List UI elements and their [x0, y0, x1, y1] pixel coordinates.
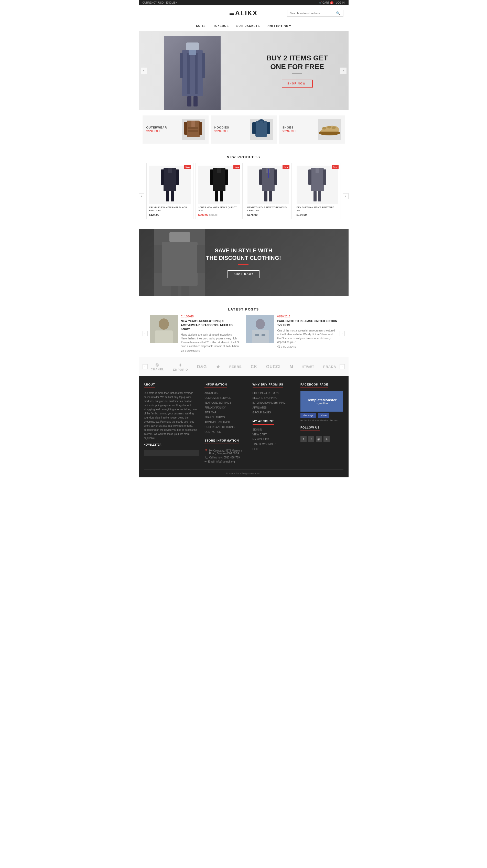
posts-prev-arrow[interactable]: ‹	[142, 331, 148, 336]
nav-tuxedos[interactable]: TUXEDOS	[214, 24, 229, 28]
banner2-headline: SAVE IN STYLE WITH THE DISCOUNT CLOTHING…	[206, 247, 281, 261]
language-selector[interactable]: ENGLISH	[166, 1, 177, 4]
footer-link-secure[interactable]: SECURE SHOPPING	[253, 397, 278, 399]
footer-link-about-us[interactable]: ABOUT US	[204, 392, 218, 395]
latest-posts-section: LATEST POSTS ‹ 01/18/2015 NEW YEAR'S RES…	[139, 296, 349, 357]
post-card-0: 01/18/2015 NEW YEAR'S RESOLUTIONS | 8 AC…	[150, 315, 241, 352]
newsletter-input[interactable]	[144, 450, 200, 456]
brand-m[interactable]: M	[290, 365, 293, 369]
facebook-icon[interactable]: f	[300, 436, 306, 442]
product-card-3[interactable]: New BEN SHERHAN MEN'S PINSTRIPE SUIT $12…	[294, 163, 341, 219]
footer-link-international[interactable]: INTERNATIONAL SHIPPING	[253, 401, 286, 404]
footer-link-track-order[interactable]: TRACK MY ORDER	[253, 443, 275, 446]
footer-link-advanced-search[interactable]: ADVANCED SEARCH	[204, 421, 230, 424]
facebook-share-button[interactable]: Share	[318, 413, 329, 418]
currency-selector[interactable]: CURRENCY: USD	[142, 1, 164, 4]
svg-rect-31	[210, 169, 213, 185]
nav-suits[interactable]: SUITS	[196, 24, 205, 28]
product-card-0[interactable]: New CALVIN KLEIN MEN'S MINI BLACK PINSTR…	[147, 163, 193, 219]
logo[interactable]: ALIKX	[230, 9, 258, 17]
post-comments-1[interactable]: 💬 3 COMMENTS	[278, 346, 337, 348]
top-bar-right: 🛒 CART 8 LOG IN	[319, 1, 345, 4]
twitter-icon[interactable]: t	[308, 436, 314, 442]
footer-link-help[interactable]: HELP	[253, 448, 259, 451]
post-card-1: 01/10/2015 PAUL SMITH TO RELEASE LIMITED…	[246, 315, 337, 352]
footer-link-sign-in[interactable]: SIGN IN	[253, 428, 262, 431]
svg-rect-6	[202, 53, 205, 78]
brand-stuart[interactable]: STUART	[302, 365, 314, 368]
banner2-divider	[238, 264, 249, 265]
category-shoes[interactable]: SHOES 25% OFF	[279, 116, 345, 144]
brand-gucci[interactable]: GUCCI	[266, 365, 281, 369]
cart-button[interactable]: 🛒 CART 8	[319, 1, 333, 4]
brands-list: © CHANEL ✦ EMPORIO D&G ⚜ FERRE CK GUCCI …	[148, 363, 339, 371]
footer-link-privacy-policy[interactable]: PRIVACY POLICY	[204, 406, 225, 409]
footer-link-wishlist[interactable]: MY WISHLIST	[253, 438, 269, 441]
login-button[interactable]: LOG IN	[336, 1, 345, 4]
hero-prev-arrow[interactable]: ‹	[141, 68, 147, 74]
category-hoodies-text: HOODIES 25% OFF	[215, 126, 230, 133]
search-icon[interactable]: 🔍	[336, 11, 340, 15]
svg-rect-29	[171, 191, 174, 202]
google-plus-icon[interactable]: g+	[316, 436, 322, 442]
facebook-like-button[interactable]: Like Page	[300, 413, 316, 418]
brand-ck[interactable]: CK	[251, 365, 257, 369]
posts-next-arrow[interactable]: ›	[339, 331, 345, 336]
svg-rect-42	[269, 191, 272, 202]
footer-link-affiliates[interactable]: AFFILIATES	[253, 406, 267, 409]
svg-rect-5	[180, 53, 183, 78]
category-outerwear[interactable]: OUTERWEAR 25% OFF	[142, 116, 208, 144]
latest-posts-title: LATEST POSTS	[142, 301, 345, 315]
svg-rect-49	[169, 232, 190, 242]
top-bar-left: CURRENCY: USD ENGLISH	[142, 1, 177, 4]
footer-top: ABOUT Our store is more than just anothe…	[144, 383, 344, 464]
svg-rect-38	[274, 169, 277, 185]
brand-versace-logo: ⚜	[216, 364, 220, 370]
nav-collection[interactable]: COLLECTION ▾	[267, 24, 291, 28]
hero-cta-button[interactable]: SHOP NOW!	[282, 80, 313, 88]
linkedin-icon[interactable]: in	[323, 436, 330, 442]
brand-dg[interactable]: D&G	[197, 365, 207, 369]
svg-rect-51	[154, 245, 162, 273]
footer-link-orders[interactable]: ORDERS AND RETURNS	[204, 426, 234, 429]
footer-link-customer-service[interactable]: CUSTOMER SERVICE	[204, 397, 231, 399]
new-products-title: NEW PRODUCTS	[139, 149, 349, 163]
footer-about-text: Our store is more than just another aver…	[144, 391, 200, 440]
post-title-0: NEW YEAR'S RESOLUTIONS | 8 ACTIVEWEAR BR…	[181, 319, 241, 331]
banner2-cta-button[interactable]: SHOP NOW!	[228, 270, 259, 278]
product-card-2[interactable]: New KENNETH COLE NEW YORK MEN'S LAPEL SU…	[245, 163, 292, 219]
footer-link-template-settings[interactable]: TEMPLATE SETTINGS	[204, 401, 231, 404]
footer-link-view-cart[interactable]: VIEW CART	[253, 433, 267, 436]
brand-emporio[interactable]: ✦ EMPORIO	[173, 363, 188, 371]
search-box[interactable]: 🔍	[287, 10, 344, 17]
products-section: ‹ New CALVIN KLEIN MEN'S MINI BLACK PINS…	[139, 163, 349, 229]
footer-link-site-map[interactable]: SITE MAP	[204, 411, 217, 414]
category-outerwear-image	[182, 119, 205, 140]
brands-section: ‹ © CHANEL ✦ EMPORIO D&G ⚜ FERRE CK GUCC…	[139, 357, 349, 376]
footer-link-shipping[interactable]: SHIPPING & RETURNS	[253, 392, 280, 395]
nav-suit-jackets[interactable]: SUIT JACKETS	[236, 24, 260, 28]
category-hoodies[interactable]: HOODIES 25% OFF	[210, 116, 277, 144]
products-prev-arrow[interactable]: ‹	[139, 193, 144, 199]
products-next-arrow[interactable]: ›	[343, 193, 349, 199]
category-outerwear-text: OUTERWEAR 25% OFF	[147, 126, 167, 133]
brand-stuart-logo: STUART	[302, 365, 314, 368]
brand-chanel[interactable]: © CHANEL	[151, 363, 164, 371]
chevron-down-icon: ▾	[289, 24, 291, 28]
footer-newsletter	[144, 448, 200, 456]
brand-ck-logo: CK	[251, 365, 257, 369]
product-name-0: CALVIN KLEIN MEN'S MINI BLACK PINSTRIPE	[149, 206, 191, 212]
post-comments-0[interactable]: 💬 3 COMMENTS	[181, 350, 241, 352]
footer-link-search-terms[interactable]: SEARCH TERMS	[204, 416, 225, 419]
footer-link-group-sales[interactable]: GROUP SALES	[253, 411, 271, 414]
post-content-1: 01/10/2015 PAUL SMITH TO RELEASE LIMITED…	[278, 315, 337, 352]
brand-ferre[interactable]: FERRE	[229, 365, 242, 369]
search-input[interactable]	[290, 12, 336, 15]
footer-bottom: © 2016 Alikx. All Rights Reserved.	[144, 469, 344, 475]
product-card-1[interactable]: New JONES NEW YORK MEN'S QUINCY SUIT $20…	[196, 163, 242, 219]
footer-link-contact-us[interactable]: CONTACT US	[204, 431, 221, 433]
brands-next-arrow[interactable]: ›	[339, 364, 345, 369]
brand-versace[interactable]: ⚜	[216, 364, 220, 370]
brands-prev-arrow[interactable]: ‹	[142, 364, 148, 369]
brand-prada[interactable]: PRADA	[323, 365, 336, 369]
